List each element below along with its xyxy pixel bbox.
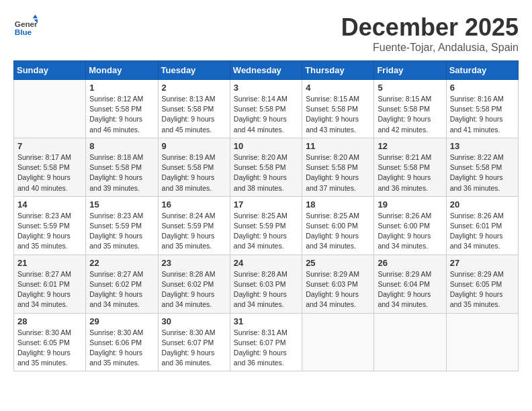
cell-sun-info: Sunrise: 8:26 AMSunset: 6:01 PMDaylight:…: [450, 211, 515, 252]
calendar-cell: [446, 313, 518, 371]
calendar-cell: 2Sunrise: 8:13 AMSunset: 5:58 PMDaylight…: [158, 80, 230, 138]
calendar-cell: 15Sunrise: 8:23 AMSunset: 5:59 PMDayligh…: [86, 196, 158, 255]
day-number: 25: [306, 258, 370, 268]
weekday-header: Sunday: [14, 61, 86, 80]
day-number: 14: [17, 199, 82, 210]
day-number: 31: [234, 316, 298, 326]
cell-sun-info: Sunrise: 8:26 AMSunset: 6:00 PMDaylight:…: [378, 211, 442, 252]
day-number: 28: [17, 316, 82, 326]
cell-sun-info: Sunrise: 8:30 AMSunset: 6:07 PMDaylight:…: [162, 328, 226, 369]
day-number: 24: [234, 258, 298, 268]
cell-sun-info: Sunrise: 8:31 AMSunset: 6:07 PMDaylight:…: [234, 328, 298, 369]
cell-sun-info: Sunrise: 8:20 AMSunset: 5:58 PMDaylight:…: [306, 152, 370, 193]
weekday-header: Saturday: [446, 61, 518, 80]
calendar-week-row: 21Sunrise: 8:27 AMSunset: 6:01 PMDayligh…: [14, 255, 519, 313]
day-number: 15: [89, 199, 154, 210]
calendar-cell: 14Sunrise: 8:23 AMSunset: 5:59 PMDayligh…: [14, 196, 86, 255]
cell-sun-info: Sunrise: 8:30 AMSunset: 6:05 PMDaylight:…: [17, 328, 82, 369]
calendar-cell: 30Sunrise: 8:30 AMSunset: 6:07 PMDayligh…: [158, 313, 230, 371]
weekday-header: Tuesday: [158, 61, 230, 80]
day-number: 26: [378, 258, 442, 268]
calendar-cell: 3Sunrise: 8:14 AMSunset: 5:58 PMDaylight…: [230, 80, 302, 138]
calendar-cell: [14, 80, 86, 138]
calendar-cell: 9Sunrise: 8:19 AMSunset: 5:58 PMDaylight…: [158, 138, 230, 196]
cell-sun-info: Sunrise: 8:13 AMSunset: 5:58 PMDaylight:…: [162, 94, 226, 135]
day-number: 20: [450, 199, 515, 210]
svg-marker-2: [33, 15, 38, 18]
cell-sun-info: Sunrise: 8:27 AMSunset: 6:02 PMDaylight:…: [89, 269, 154, 310]
calendar-cell: 12Sunrise: 8:21 AMSunset: 5:58 PMDayligh…: [374, 138, 446, 196]
day-number: 19: [378, 199, 442, 210]
calendar-cell: 16Sunrise: 8:24 AMSunset: 5:59 PMDayligh…: [158, 196, 230, 255]
month-title: December 2025: [341, 13, 519, 42]
cell-sun-info: Sunrise: 8:23 AMSunset: 5:59 PMDaylight:…: [17, 211, 82, 252]
calendar-cell: 21Sunrise: 8:27 AMSunset: 6:01 PMDayligh…: [14, 255, 86, 313]
day-number: 21: [17, 258, 82, 268]
day-number: 8: [89, 141, 154, 151]
calendar-cell: 8Sunrise: 8:18 AMSunset: 5:58 PMDaylight…: [86, 138, 158, 196]
day-number: 23: [162, 258, 226, 268]
calendar-cell: 6Sunrise: 8:16 AMSunset: 5:58 PMDaylight…: [446, 80, 518, 138]
cell-sun-info: Sunrise: 8:20 AMSunset: 5:58 PMDaylight:…: [234, 152, 298, 193]
cell-sun-info: Sunrise: 8:15 AMSunset: 5:58 PMDaylight:…: [378, 94, 442, 135]
cell-sun-info: Sunrise: 8:21 AMSunset: 5:58 PMDaylight:…: [378, 152, 442, 193]
cell-sun-info: Sunrise: 8:29 AMSunset: 6:05 PMDaylight:…: [450, 269, 515, 310]
calendar-cell: 20Sunrise: 8:26 AMSunset: 6:01 PMDayligh…: [446, 196, 518, 255]
day-number: 6: [450, 83, 515, 93]
calendar-cell: 17Sunrise: 8:25 AMSunset: 5:59 PMDayligh…: [230, 196, 302, 255]
weekday-header-row: SundayMondayTuesdayWednesdayThursdayFrid…: [14, 61, 519, 80]
calendar-cell: 28Sunrise: 8:30 AMSunset: 6:05 PMDayligh…: [14, 313, 86, 371]
calendar-week-row: 1Sunrise: 8:12 AMSunset: 5:58 PMDaylight…: [14, 80, 519, 138]
calendar-cell: 23Sunrise: 8:28 AMSunset: 6:02 PMDayligh…: [158, 255, 230, 313]
weekday-header: Wednesday: [230, 61, 302, 80]
day-number: 29: [89, 316, 154, 326]
calendar-cell: 25Sunrise: 8:29 AMSunset: 6:03 PMDayligh…: [302, 255, 374, 313]
weekday-header: Monday: [86, 61, 158, 80]
day-number: 3: [234, 83, 298, 93]
calendar-cell: 26Sunrise: 8:29 AMSunset: 6:04 PMDayligh…: [374, 255, 446, 313]
day-number: 11: [306, 141, 370, 151]
day-number: 2: [162, 83, 226, 93]
day-number: 9: [162, 141, 226, 151]
cell-sun-info: Sunrise: 8:19 AMSunset: 5:58 PMDaylight:…: [162, 152, 226, 193]
cell-sun-info: Sunrise: 8:28 AMSunset: 6:03 PMDaylight:…: [234, 269, 298, 310]
cell-sun-info: Sunrise: 8:23 AMSunset: 5:59 PMDaylight:…: [89, 211, 154, 252]
calendar-cell: 18Sunrise: 8:25 AMSunset: 6:00 PMDayligh…: [302, 196, 374, 255]
cell-sun-info: Sunrise: 8:28 AMSunset: 6:02 PMDaylight:…: [162, 269, 226, 310]
day-number: 7: [17, 141, 82, 151]
day-number: 4: [306, 83, 370, 93]
day-number: 10: [234, 141, 298, 151]
weekday-header: Thursday: [302, 61, 374, 80]
cell-sun-info: Sunrise: 8:16 AMSunset: 5:58 PMDaylight:…: [450, 94, 515, 135]
calendar-cell: 24Sunrise: 8:28 AMSunset: 6:03 PMDayligh…: [230, 255, 302, 313]
calendar-week-row: 14Sunrise: 8:23 AMSunset: 5:59 PMDayligh…: [14, 196, 519, 255]
cell-sun-info: Sunrise: 8:18 AMSunset: 5:58 PMDaylight:…: [89, 152, 154, 193]
cell-sun-info: Sunrise: 8:27 AMSunset: 6:01 PMDaylight:…: [17, 269, 82, 310]
weekday-header: Friday: [374, 61, 446, 80]
cell-sun-info: Sunrise: 8:29 AMSunset: 6:03 PMDaylight:…: [306, 269, 370, 310]
calendar-cell: 27Sunrise: 8:29 AMSunset: 6:05 PMDayligh…: [446, 255, 518, 313]
cell-sun-info: Sunrise: 8:17 AMSunset: 5:58 PMDaylight:…: [17, 152, 82, 193]
cell-sun-info: Sunrise: 8:12 AMSunset: 5:58 PMDaylight:…: [89, 94, 154, 135]
logo-icon: General Blue: [13, 13, 38, 38]
svg-text:General: General: [15, 19, 38, 28]
calendar-cell: 19Sunrise: 8:26 AMSunset: 6:00 PMDayligh…: [374, 196, 446, 255]
day-number: 17: [234, 199, 298, 210]
location-title: Fuente-Tojar, Andalusia, Spain: [341, 42, 519, 54]
cell-sun-info: Sunrise: 8:25 AMSunset: 6:00 PMDaylight:…: [306, 211, 370, 252]
calendar-cell: 1Sunrise: 8:12 AMSunset: 5:58 PMDaylight…: [86, 80, 158, 138]
calendar-week-row: 28Sunrise: 8:30 AMSunset: 6:05 PMDayligh…: [14, 313, 519, 371]
calendar-cell: 5Sunrise: 8:15 AMSunset: 5:58 PMDaylight…: [374, 80, 446, 138]
calendar-cell: 22Sunrise: 8:27 AMSunset: 6:02 PMDayligh…: [86, 255, 158, 313]
day-number: 5: [378, 83, 442, 93]
day-number: 12: [378, 141, 442, 151]
calendar-cell: 13Sunrise: 8:22 AMSunset: 5:58 PMDayligh…: [446, 138, 518, 196]
day-number: 18: [306, 199, 370, 210]
cell-sun-info: Sunrise: 8:29 AMSunset: 6:04 PMDaylight:…: [378, 269, 442, 310]
calendar-cell: 11Sunrise: 8:20 AMSunset: 5:58 PMDayligh…: [302, 138, 374, 196]
calendar-cell: 31Sunrise: 8:31 AMSunset: 6:07 PMDayligh…: [230, 313, 302, 371]
calendar-cell: 4Sunrise: 8:15 AMSunset: 5:58 PMDaylight…: [302, 80, 374, 138]
cell-sun-info: Sunrise: 8:25 AMSunset: 5:59 PMDaylight:…: [234, 211, 298, 252]
calendar: SundayMondayTuesdayWednesdayThursdayFrid…: [13, 60, 519, 371]
header: General Blue December 2025 Fuente-Tojar,…: [13, 13, 519, 54]
